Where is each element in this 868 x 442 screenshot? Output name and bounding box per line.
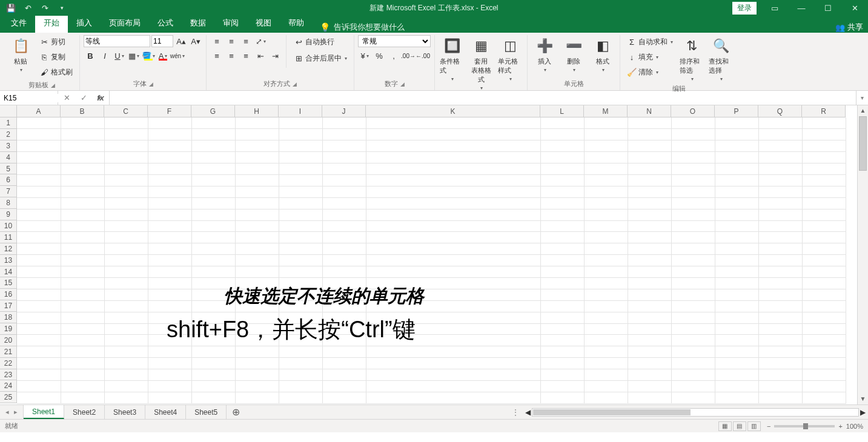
- decrease-decimal-icon[interactable]: ←.00: [416, 50, 429, 62]
- cell[interactable]: [322, 186, 366, 197]
- cell[interactable]: [366, 232, 540, 243]
- cell[interactable]: [366, 163, 540, 175]
- cell[interactable]: [279, 129, 322, 140]
- row-header[interactable]: 15: [0, 277, 17, 289]
- cell[interactable]: [802, 289, 846, 300]
- cell[interactable]: [671, 117, 715, 129]
- conditional-format-button[interactable]: 🔲条件格式▾: [439, 35, 465, 83]
- cell[interactable]: [540, 243, 584, 255]
- cell[interactable]: [802, 300, 846, 312]
- cell[interactable]: [191, 232, 235, 243]
- cell[interactable]: [628, 335, 671, 346]
- cell[interactable]: [540, 255, 584, 266]
- cell[interactable]: [61, 129, 104, 140]
- cell[interactable]: [322, 289, 366, 300]
- find-select-button[interactable]: 🔍查找和选择▾: [707, 35, 734, 83]
- row-header[interactable]: 4: [0, 152, 17, 163]
- cell[interactable]: [540, 140, 584, 152]
- cell[interactable]: [104, 312, 148, 323]
- cell[interactable]: [540, 117, 584, 129]
- cell[interactable]: [104, 369, 148, 381]
- cell[interactable]: [17, 163, 61, 175]
- cell[interactable]: [279, 392, 322, 403]
- cell[interactable]: [540, 289, 584, 300]
- cell[interactable]: [17, 129, 61, 140]
- cell[interactable]: [191, 277, 235, 289]
- cell[interactable]: [715, 392, 758, 403]
- save-icon[interactable]: 💾: [4, 2, 18, 14]
- cell[interactable]: [628, 152, 671, 163]
- cell[interactable]: [540, 358, 584, 369]
- fx-icon[interactable]: fx: [92, 93, 109, 102]
- cell[interactable]: [671, 266, 715, 278]
- cell[interactable]: [104, 174, 148, 186]
- cell[interactable]: [148, 289, 191, 300]
- cell[interactable]: [235, 392, 279, 403]
- row-header[interactable]: 18: [0, 312, 17, 323]
- cell[interactable]: [17, 117, 61, 129]
- cell[interactable]: [322, 220, 366, 232]
- border-button[interactable]: ▦▾: [127, 50, 141, 62]
- cell[interactable]: [322, 163, 366, 175]
- cell[interactable]: [715, 243, 758, 255]
- cell[interactable]: [802, 209, 846, 220]
- cell[interactable]: [322, 323, 366, 335]
- cell[interactable]: [104, 255, 148, 266]
- cell[interactable]: [279, 152, 322, 163]
- cell[interactable]: [104, 358, 148, 369]
- align-middle-icon[interactable]: ≡: [225, 35, 238, 47]
- cell[interactable]: [322, 255, 366, 266]
- cell[interactable]: [366, 197, 540, 209]
- cell[interactable]: [322, 243, 366, 255]
- cell[interactable]: [802, 220, 846, 232]
- cell[interactable]: [628, 255, 671, 266]
- cell[interactable]: [671, 323, 715, 335]
- cell[interactable]: [802, 117, 846, 129]
- dialog-launcher-icon[interactable]: ◢: [149, 81, 153, 87]
- zoom-level[interactable]: 100%: [846, 423, 863, 430]
- cell[interactable]: [279, 312, 322, 323]
- column-header[interactable]: M: [584, 105, 628, 117]
- cell[interactable]: [715, 358, 758, 369]
- cell[interactable]: [715, 129, 758, 140]
- decrease-font-icon[interactable]: A▾: [189, 35, 202, 47]
- cell[interactable]: [758, 152, 802, 163]
- cell[interactable]: [104, 117, 148, 129]
- scroll-up-icon[interactable]: ▲: [858, 105, 868, 116]
- cell[interactable]: [758, 392, 802, 403]
- cell[interactable]: [191, 197, 235, 209]
- cell[interactable]: [802, 232, 846, 243]
- cell[interactable]: [628, 174, 671, 186]
- cell[interactable]: [104, 243, 148, 255]
- cell[interactable]: [191, 209, 235, 220]
- cell[interactable]: [235, 232, 279, 243]
- cell[interactable]: [540, 186, 584, 197]
- row-header[interactable]: 21: [0, 346, 17, 358]
- column-header[interactable]: J: [322, 105, 366, 117]
- cell[interactable]: [104, 232, 148, 243]
- cell[interactable]: [758, 255, 802, 266]
- normal-view-icon[interactable]: ▦: [718, 421, 732, 431]
- cell[interactable]: [671, 186, 715, 197]
- format-cells-button[interactable]: ◧格式▾: [589, 35, 616, 74]
- sheet-tab[interactable]: Sheet2: [64, 405, 105, 419]
- cell[interactable]: [802, 243, 846, 255]
- cell[interactable]: [628, 220, 671, 232]
- increase-decimal-icon[interactable]: .00→: [402, 50, 415, 62]
- cell[interactable]: [628, 346, 671, 358]
- formula-input[interactable]: [110, 94, 856, 102]
- cell[interactable]: [322, 277, 366, 289]
- cell[interactable]: [235, 380, 279, 392]
- row-header[interactable]: 6: [0, 174, 17, 186]
- cell[interactable]: [366, 358, 540, 369]
- percent-format-icon[interactable]: %: [373, 50, 386, 62]
- row-header[interactable]: 19: [0, 323, 17, 335]
- cell[interactable]: [540, 152, 584, 163]
- cell[interactable]: [671, 129, 715, 140]
- cell[interactable]: [802, 197, 846, 209]
- cell[interactable]: [802, 277, 846, 289]
- align-bottom-icon[interactable]: ≡: [239, 35, 253, 47]
- dialog-launcher-icon[interactable]: ◢: [400, 81, 405, 87]
- ribbon-tab-7[interactable]: 视图: [247, 14, 280, 33]
- cell[interactable]: [235, 255, 279, 266]
